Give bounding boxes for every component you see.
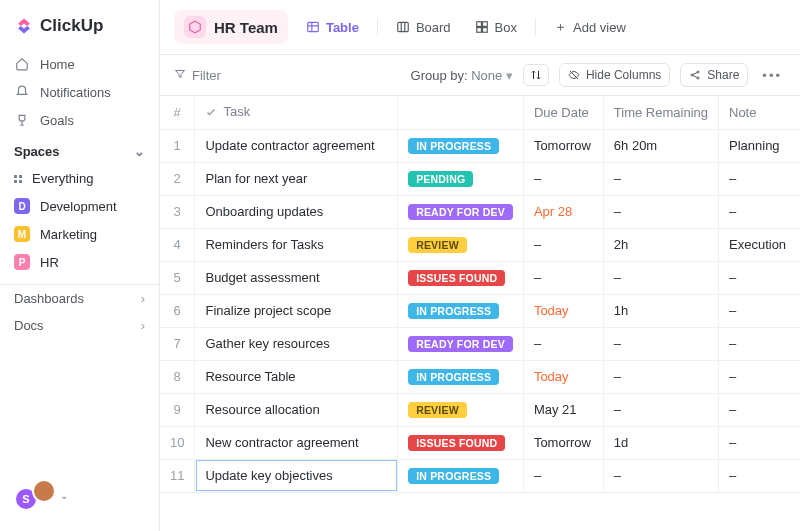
cell-note[interactable]: – — [719, 195, 801, 228]
col-num[interactable]: # — [160, 96, 195, 129]
table-row[interactable]: 9 Resource allocation REVIEW May 21 – – — [160, 393, 800, 426]
table-row[interactable]: 3 Onboarding updates READY FOR DEV Apr 2… — [160, 195, 800, 228]
col-status[interactable] — [398, 96, 524, 129]
svg-rect-3 — [482, 22, 487, 27]
cell-status[interactable]: IN PROGRESS — [398, 129, 524, 162]
cell-time[interactable]: – — [603, 162, 718, 195]
table-row[interactable]: 7 Gather key resources READY FOR DEV – –… — [160, 327, 800, 360]
avatar[interactable] — [32, 479, 56, 503]
groupby[interactable]: Group by: None ▾ — [411, 68, 513, 83]
home-icon — [14, 56, 30, 72]
nav-dashboards[interactable]: Dashboards › — [0, 285, 159, 312]
cell-time[interactable]: – — [603, 195, 718, 228]
cell-task[interactable]: Resource allocation — [195, 393, 398, 426]
col-note[interactable]: Note — [719, 96, 801, 129]
cell-time[interactable]: 1h — [603, 294, 718, 327]
cell-time[interactable]: – — [603, 261, 718, 294]
cell-note[interactable]: – — [719, 426, 801, 459]
cell-task[interactable]: Update contractor agreement — [195, 129, 398, 162]
spaces-header[interactable]: Spaces ⌄ — [0, 134, 159, 165]
cell-note[interactable]: Execution — [719, 228, 801, 261]
cell-due[interactable]: – — [523, 228, 603, 261]
add-view[interactable]: ＋ Add view — [548, 14, 632, 40]
cell-due[interactable]: Tomorrow — [523, 129, 603, 162]
space-everything[interactable]: Everything — [0, 165, 159, 192]
table-row[interactable]: 8 Resource Table IN PROGRESS Today – – — [160, 360, 800, 393]
cell-status[interactable]: IN PROGRESS — [398, 294, 524, 327]
task-grid: # Task Due Date Time Remaining Note — [160, 96, 800, 531]
cell-status[interactable]: PENDING — [398, 162, 524, 195]
col-task[interactable]: Task — [195, 96, 398, 129]
cell-note[interactable]: – — [719, 294, 801, 327]
cell-status[interactable]: REVIEW — [398, 228, 524, 261]
table-row[interactable]: 5 Budget assessment ISSUES FOUND – – – — [160, 261, 800, 294]
sidebar-space-item[interactable]: DDevelopment — [0, 192, 159, 220]
cell-time[interactable]: – — [603, 360, 718, 393]
share-button[interactable]: Share — [680, 63, 748, 87]
cell-status[interactable]: ISSUES FOUND — [398, 426, 524, 459]
cell-status[interactable]: ISSUES FOUND — [398, 261, 524, 294]
more-menu[interactable]: ••• — [758, 68, 786, 83]
cell-time[interactable]: 2h — [603, 228, 718, 261]
filter-button[interactable]: Filter — [174, 68, 221, 83]
table-row[interactable]: 11 Update key objectives IN PROGRESS – –… — [160, 459, 800, 492]
cell-task[interactable]: Budget assessment — [195, 261, 398, 294]
cell-note[interactable]: – — [719, 327, 801, 360]
col-time[interactable]: Time Remaining — [603, 96, 718, 129]
cell-due[interactable]: – — [523, 327, 603, 360]
nav-home[interactable]: Home — [0, 50, 159, 78]
brand[interactable]: ClickUp — [0, 10, 159, 50]
nav-docs[interactable]: Docs › — [0, 312, 159, 339]
nav-notifications[interactable]: Notifications — [0, 78, 159, 106]
team-pill[interactable]: HR Team — [174, 10, 288, 44]
view-box[interactable]: Box — [469, 16, 523, 39]
cell-due[interactable]: – — [523, 261, 603, 294]
cell-note[interactable]: – — [719, 261, 801, 294]
sidebar-space-item[interactable]: MMarketing — [0, 220, 159, 248]
cell-due[interactable]: Today — [523, 294, 603, 327]
cell-note[interactable]: – — [719, 459, 801, 492]
view-board[interactable]: Board — [390, 16, 457, 39]
cell-task[interactable]: Resource Table — [195, 360, 398, 393]
sidebar-space-item[interactable]: PHR — [0, 248, 159, 276]
table-row[interactable]: 2 Plan for next year PENDING – – – — [160, 162, 800, 195]
cell-time[interactable]: 6h 20m — [603, 129, 718, 162]
hide-columns-button[interactable]: Hide Columns — [559, 63, 670, 87]
cell-status[interactable]: IN PROGRESS — [398, 459, 524, 492]
cell-note[interactable]: – — [719, 360, 801, 393]
cell-due[interactable]: Today — [523, 360, 603, 393]
cell-note[interactable]: Planning — [719, 129, 801, 162]
trophy-icon — [14, 112, 30, 128]
cell-status[interactable]: IN PROGRESS — [398, 360, 524, 393]
nav-goals[interactable]: Goals — [0, 106, 159, 134]
cell-status[interactable]: READY FOR DEV — [398, 327, 524, 360]
cell-task[interactable]: Plan for next year — [195, 162, 398, 195]
avatar-stack[interactable]: S ⌄ — [0, 469, 159, 521]
table-row[interactable]: 4 Reminders for Tasks REVIEW – 2h Execut… — [160, 228, 800, 261]
cell-status[interactable]: READY FOR DEV — [398, 195, 524, 228]
cell-task[interactable]: Onboarding updates — [195, 195, 398, 228]
cell-due[interactable]: – — [523, 162, 603, 195]
cell-time[interactable]: – — [603, 393, 718, 426]
sort-button[interactable] — [523, 64, 549, 86]
view-table[interactable]: Table — [300, 16, 365, 39]
cell-due[interactable]: Apr 28 — [523, 195, 603, 228]
cell-note[interactable]: – — [719, 393, 801, 426]
cell-task[interactable]: Update key objectives — [195, 459, 398, 492]
cell-due[interactable]: May 21 — [523, 393, 603, 426]
cell-due[interactable]: – — [523, 459, 603, 492]
cell-task[interactable]: New contractor agreement — [195, 426, 398, 459]
cell-task[interactable]: Reminders for Tasks — [195, 228, 398, 261]
cell-status[interactable]: REVIEW — [398, 393, 524, 426]
table-row[interactable]: 6 Finalize project scope IN PROGRESS Tod… — [160, 294, 800, 327]
table-row[interactable]: 1 Update contractor agreement IN PROGRES… — [160, 129, 800, 162]
cell-note[interactable]: – — [719, 162, 801, 195]
cell-time[interactable]: 1d — [603, 426, 718, 459]
cell-task[interactable]: Gather key resources — [195, 327, 398, 360]
table-row[interactable]: 10 New contractor agreement ISSUES FOUND… — [160, 426, 800, 459]
cell-due[interactable]: Tomorrow — [523, 426, 603, 459]
cell-time[interactable]: – — [603, 459, 718, 492]
cell-task[interactable]: Finalize project scope — [195, 294, 398, 327]
cell-time[interactable]: – — [603, 327, 718, 360]
col-due[interactable]: Due Date — [523, 96, 603, 129]
